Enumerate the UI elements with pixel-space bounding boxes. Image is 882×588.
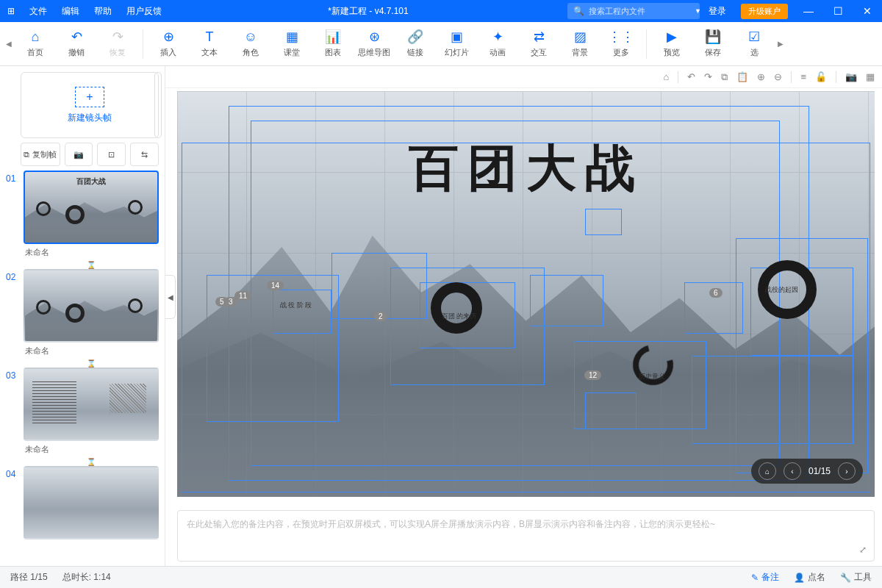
menu-edit[interactable]: 编辑: [54, 5, 87, 18]
slide-thumbnail-04[interactable]: 04: [6, 466, 159, 539]
app-logo-icon: ⊞: [0, 6, 22, 16]
tool-角色[interactable]: ☺角色: [230, 26, 271, 61]
tool-更多[interactable]: ⋮⋮更多: [600, 26, 642, 61]
tool-课堂[interactable]: ▦课堂: [271, 26, 312, 61]
new-frame-button[interactable]: + 新建镜头帧: [21, 72, 159, 138]
tool-图表[interactable]: 📊图表: [312, 26, 354, 61]
copy-icon[interactable]: ⧉: [721, 71, 728, 83]
toolbar-scroll-right[interactable]: ▶: [775, 40, 786, 48]
login-button[interactable]: 登录: [700, 5, 735, 18]
nav-home-icon[interactable]: ⌂: [759, 462, 776, 480]
frame-badge[interactable]: 14: [267, 281, 284, 290]
slide-thumbnail-02[interactable]: 02未命名⌛: [6, 269, 159, 368]
zoom-out-icon[interactable]: ⊖: [774, 71, 782, 82]
frame-badge[interactable]: 12: [584, 370, 601, 380]
duration-indicator: 总时长: 1:14: [62, 571, 111, 584]
tool-思维导图[interactable]: ⊛思维导图: [354, 26, 395, 61]
tool-动画[interactable]: ✦动画: [477, 26, 518, 61]
minimize-button[interactable]: —: [794, 5, 823, 17]
notes-toggle[interactable]: ✎ 备注: [751, 571, 779, 584]
tool-恢复[interactable]: ↷恢复: [97, 26, 138, 61]
snapshot-icon[interactable]: 📷: [845, 71, 857, 82]
更多-icon: ⋮⋮: [614, 29, 628, 44]
path-indicator: 路径 1/15: [10, 571, 48, 584]
qr-button[interactable]: ⊡: [97, 143, 126, 166]
frame-badge[interactable]: 6: [709, 288, 723, 298]
copy-frame-button[interactable]: ⧉复制帧: [21, 143, 60, 166]
toolbar-scroll-left[interactable]: ◀: [3, 40, 15, 48]
canvas-sublabel[interactable]: 历史意义: [639, 372, 665, 381]
layers-icon[interactable]: ▦: [866, 71, 875, 82]
statusbar: 路径 1/15 总时长: 1:14 ✎ 备注 👤 点名 🔧 工具: [0, 566, 882, 588]
背景-icon: ▨: [573, 29, 587, 44]
align-icon[interactable]: ≡: [800, 71, 806, 82]
upgrade-button[interactable]: 升级账户: [741, 4, 788, 19]
window-title: *新建工程 - v4.7.101: [169, 5, 567, 18]
slide-panel: + 新建镜头帧 ⧉复制帧 📷 ⊡ ⇆ 01百团大战未命名⌛02未命名⌛03未命名…: [0, 66, 165, 566]
swap-button[interactable]: ⇆: [130, 143, 159, 166]
动画-icon: ✦: [490, 29, 505, 44]
图表-icon: 📊: [326, 29, 340, 44]
tool-背景[interactable]: ▨背景: [559, 26, 600, 61]
rotate-right-icon[interactable]: ↷: [704, 71, 712, 82]
nav-next-icon[interactable]: ›: [838, 462, 856, 480]
notes-area[interactable]: 在此处输入您的备注内容，在预览时开启双屏模式，可以实现A屏全屏播放演示内容，B屏…: [177, 510, 875, 562]
rotate-left-icon[interactable]: ↶: [687, 71, 695, 82]
camera-button[interactable]: 📷: [65, 143, 93, 166]
lock-icon[interactable]: 🔓: [815, 71, 827, 82]
paste-icon[interactable]: 📋: [736, 71, 748, 82]
maximize-button[interactable]: ☐: [823, 5, 853, 17]
sidebar-scrollbar[interactable]: [154, 72, 162, 138]
canvas-sublabel[interactable]: 百团 的来历: [442, 312, 476, 321]
tool-预览[interactable]: ▶预览: [651, 26, 692, 61]
课堂-icon: ▦: [284, 29, 299, 44]
zoom-in-icon[interactable]: ⊕: [757, 71, 765, 82]
角色-icon: ☺: [243, 29, 258, 44]
链接-icon: 🔗: [408, 29, 423, 44]
home-icon[interactable]: ⌂: [664, 71, 670, 82]
保存-icon: 💾: [706, 29, 720, 44]
tool-幻灯片[interactable]: ▣幻灯片: [436, 26, 477, 61]
canvas-sublabel[interactable]: 战 役 阶 段: [280, 301, 312, 310]
nav-prev-icon[interactable]: ‹: [784, 462, 801, 480]
search-icon: 🔍: [573, 6, 584, 16]
frame-badge[interactable]: 11: [234, 291, 251, 301]
page-indicator: 01/15: [808, 466, 831, 476]
预览-icon: ▶: [664, 29, 679, 44]
撤销-icon: ↶: [69, 29, 84, 44]
交互-icon: ⇄: [531, 29, 546, 44]
search-input[interactable]: [589, 7, 690, 15]
幻灯片-icon: ▣: [449, 29, 464, 44]
frame-badge[interactable]: 2: [374, 312, 387, 321]
menu-help[interactable]: 帮助: [87, 5, 119, 18]
tool-选[interactable]: ☑选: [734, 26, 775, 61]
文本-icon: T: [202, 29, 217, 44]
canvas-toolbar: ⌂ ↶ ↷ ⧉ 📋 ⊕ ⊖ ≡ 🔓 📷 ▦: [165, 66, 882, 88]
menu-feedback[interactable]: 用户反馈: [119, 5, 169, 18]
titlebar: ⊞ 文件 编辑 帮助 用户反馈 *新建工程 - v4.7.101 🔍 ▼ 登录 …: [0, 0, 882, 22]
tool-撤销[interactable]: ↶撤销: [56, 26, 97, 61]
tools-button[interactable]: 🔧 工具: [840, 571, 872, 584]
tool-链接[interactable]: 🔗链接: [395, 26, 436, 61]
tool-文本[interactable]: T文本: [189, 26, 230, 61]
close-button[interactable]: ✕: [853, 5, 882, 17]
collapse-sidebar-handle[interactable]: ◀: [165, 275, 176, 319]
tool-插入[interactable]: ⊕插入: [148, 26, 189, 61]
menu-file[interactable]: 文件: [22, 5, 54, 18]
canvas[interactable]: 百团大战 5311142612: [177, 91, 875, 497]
思维导图-icon: ⊛: [367, 29, 381, 44]
tool-交互[interactable]: ⇄交互: [518, 26, 559, 61]
插入-icon: ⊕: [161, 29, 176, 44]
main-toolbar: ◀ ⌂首页↶撤销↷恢复 ⊕插入T文本☺角色▦课堂📊图表⊛思维导图🔗链接▣幻灯片✦…: [0, 22, 882, 66]
slide-thumbnail-01[interactable]: 01百团大战未命名⌛: [6, 171, 159, 269]
tool-首页[interactable]: ⌂首页: [15, 26, 56, 61]
canvas-sublabel[interactable]: 战役的起因: [765, 285, 798, 295]
expand-notes-icon[interactable]: ⤢: [859, 545, 867, 555]
page-navigator: ⌂ ‹ 01/15 ›: [751, 459, 863, 484]
rollcall-button[interactable]: 👤 点名: [794, 571, 825, 584]
恢复-icon: ↷: [110, 29, 125, 44]
slide-thumbnail-03[interactable]: 03未命名⌛: [6, 368, 159, 466]
search-box[interactable]: 🔍 ▼: [567, 3, 700, 19]
选-icon: ☑: [747, 29, 761, 44]
tool-保存[interactable]: 💾保存: [692, 26, 734, 61]
